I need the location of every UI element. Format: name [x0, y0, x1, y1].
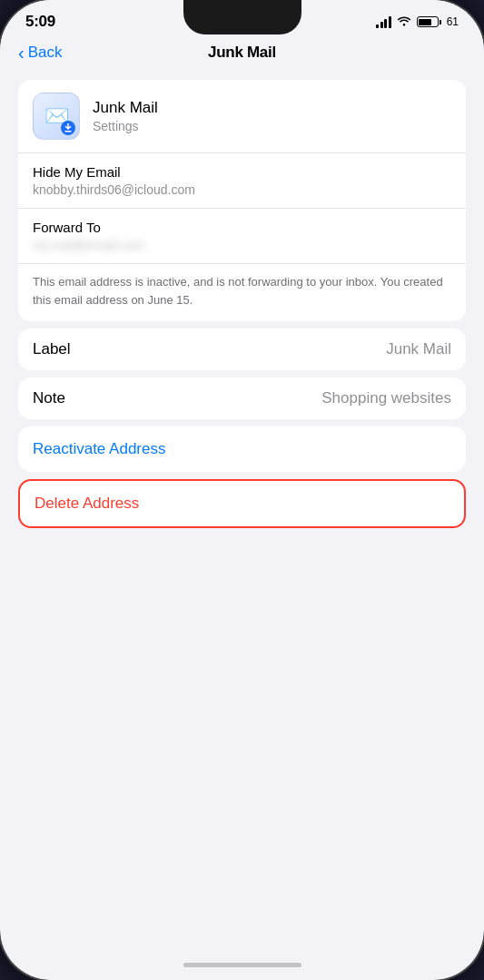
- battery-level: 61: [447, 15, 459, 28]
- status-icons: 61: [376, 15, 459, 29]
- home-indicator: [0, 949, 484, 980]
- notch: [183, 0, 301, 34]
- svg-rect-0: [65, 131, 72, 132]
- app-icon: ✉️: [33, 93, 80, 140]
- forward-to-label: Forward To: [33, 220, 451, 235]
- back-button[interactable]: ‹ Back: [18, 44, 62, 62]
- app-name: Junk Mail: [93, 99, 158, 117]
- phone-frame: 5:09: [0, 0, 484, 980]
- label-row-value: Junk Mail: [386, 340, 451, 358]
- phone-screen: 5:09: [0, 0, 484, 980]
- app-header: ✉️ Junk Mail Settings: [18, 80, 466, 153]
- back-chevron-icon: ‹: [18, 44, 25, 62]
- description-text: This email address is inactive, and is n…: [18, 264, 466, 321]
- nav-bar: ‹ Back Junk Mail: [0, 36, 484, 73]
- back-label: Back: [28, 44, 63, 62]
- note-card: Note Shopping websites: [18, 377, 466, 419]
- label-card: Label Junk Mail: [18, 328, 466, 370]
- label-row-label: Label: [33, 340, 71, 358]
- forward-to-value: my.real@email.com: [33, 238, 451, 252]
- label-row: Label Junk Mail: [18, 328, 466, 370]
- hide-my-email-value: knobby.thirds06@icloud.com: [33, 182, 451, 197]
- delete-row[interactable]: Delete Address: [20, 481, 464, 526]
- reactivate-label: Reactivate Address: [33, 440, 165, 457]
- delete-label: Delete Address: [35, 495, 139, 512]
- hide-my-email-row: Hide My Email knobby.thirds06@icloud.com: [18, 153, 466, 209]
- nav-title: Junk Mail: [208, 44, 276, 62]
- battery-icon: [417, 16, 441, 27]
- forward-to-row: Forward To my.real@email.com: [18, 209, 466, 264]
- home-bar: [183, 963, 301, 967]
- app-subtitle: Settings: [93, 119, 158, 133]
- main-card: ✉️ Junk Mail Settings: [18, 80, 466, 321]
- hide-my-email-label: Hide My Email: [33, 164, 451, 180]
- content-area: ✉️ Junk Mail Settings: [0, 73, 484, 949]
- app-info: Junk Mail Settings: [93, 99, 158, 133]
- note-row-value: Shopping websites: [321, 389, 451, 407]
- signal-icon: [376, 15, 391, 28]
- note-row-label: Note: [33, 389, 65, 407]
- status-time: 5:09: [25, 13, 55, 31]
- reactivate-row[interactable]: Reactivate Address: [18, 426, 466, 472]
- note-row: Note Shopping websites: [18, 377, 466, 419]
- delete-card: Delete Address: [18, 479, 466, 528]
- reactivate-card: Reactivate Address: [18, 426, 466, 472]
- wifi-icon: [397, 15, 411, 29]
- app-icon-badge: [61, 121, 75, 135]
